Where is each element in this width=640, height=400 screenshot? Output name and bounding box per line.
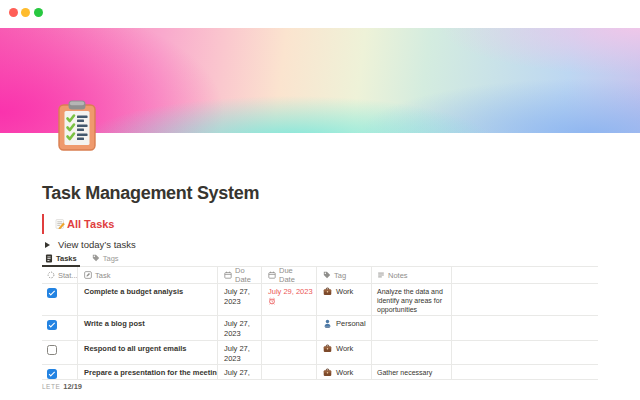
- cell-due-date[interactable]: July 29, 2023: [262, 284, 317, 315]
- do-date-value: July 27, 2023: [224, 287, 250, 306]
- cell-task[interactable]: Prepare a presentation for the meeting: [78, 365, 218, 379]
- task-title: Prepare a presentation for the meeting: [84, 368, 218, 377]
- calendar-icon: [268, 271, 276, 279]
- tab-label: Tags: [103, 254, 119, 263]
- cell-trailing: [452, 341, 598, 364]
- memo-icon: [55, 219, 65, 229]
- cell-trailing: [452, 284, 598, 315]
- cell-tag[interactable]: Work: [317, 365, 372, 379]
- cell-task[interactable]: Complete a budget analysis: [78, 284, 218, 315]
- checkbox-checked[interactable]: [47, 288, 57, 298]
- table-row[interactable]: Prepare a presentation for the meetingJu…: [42, 365, 598, 380]
- tag-label: Work: [336, 287, 353, 296]
- cell-status: [42, 365, 78, 379]
- tag-chip: Work: [323, 287, 365, 296]
- cell-do-date[interactable]: July 27, 2023: [218, 284, 262, 315]
- cell-task[interactable]: Respond to all urgent emails: [78, 341, 218, 364]
- table-body: Complete a budget analysisJuly 27, 2023J…: [42, 284, 598, 380]
- tab-tasks[interactable]: Tasks: [44, 250, 78, 266]
- column-label: Do Date: [235, 267, 255, 283]
- tag-label: Work: [336, 368, 353, 377]
- cell-do-date[interactable]: July 27, 2023: [218, 365, 262, 379]
- person-icon: [323, 319, 332, 328]
- cell-tag[interactable]: Work: [317, 341, 372, 364]
- checkbox-unchecked[interactable]: [47, 345, 57, 355]
- alarm-icon: [268, 297, 310, 305]
- briefcase-icon: [323, 344, 332, 353]
- column-label: Due Date: [279, 267, 310, 283]
- tag-chip: Work: [323, 344, 365, 353]
- column-header-tag[interactable]: Tag: [317, 267, 372, 283]
- tasks-table: Stat...TaskDo DateDue DateTagNotes Compl…: [42, 266, 598, 380]
- close-window-icon[interactable]: [9, 8, 18, 17]
- column-header-stat[interactable]: Stat...: [42, 267, 78, 283]
- column-header-dodate[interactable]: Do Date: [218, 267, 262, 283]
- toggle-label: View today’s tasks: [58, 239, 136, 250]
- toggle-triangle-icon[interactable]: [45, 242, 50, 248]
- checkbox-checked[interactable]: [47, 320, 57, 330]
- cell-status: [42, 284, 78, 315]
- document-icon: [45, 254, 53, 263]
- cell-notes[interactable]: Gather necessary: [372, 365, 452, 379]
- column-header-duedate[interactable]: Due Date: [262, 267, 317, 283]
- tag-label: Work: [336, 344, 353, 353]
- column-header-task[interactable]: Task: [78, 267, 218, 283]
- notes-value: Gather necessary: [377, 368, 446, 377]
- briefcase-icon: [323, 287, 332, 296]
- column-header-empty: [452, 267, 598, 283]
- tab-tags[interactable]: Tags: [91, 250, 120, 266]
- column-label: Stat...: [58, 271, 78, 280]
- tag-icon: [323, 271, 331, 279]
- tag-icon: [92, 254, 100, 262]
- cell-notes[interactable]: [372, 316, 452, 340]
- tag-label: Personal: [336, 319, 366, 328]
- reminder-indicator: [268, 297, 310, 305]
- task-title: Write a blog post: [84, 319, 145, 328]
- cell-do-date[interactable]: July 27, 2023: [218, 341, 262, 364]
- calc-label: LETE: [42, 383, 60, 390]
- due-date-value: July 29, 2023: [268, 287, 310, 296]
- cell-due-date[interactable]: [262, 341, 317, 364]
- column-label: Tag: [334, 271, 346, 280]
- column-header-notes[interactable]: Notes: [372, 267, 452, 283]
- table-header: Stat...TaskDo DateDue DateTagNotes: [42, 267, 598, 284]
- cell-status: [42, 341, 78, 364]
- table-row[interactable]: Respond to all urgent emailsJuly 27, 202…: [42, 341, 598, 365]
- do-date-value: July 27, 2023: [224, 368, 250, 379]
- page-title[interactable]: Task Management System: [42, 183, 259, 204]
- calendar-icon: [224, 271, 232, 279]
- checkbox-checked[interactable]: [47, 369, 57, 379]
- cell-trailing: [452, 316, 598, 340]
- cell-notes[interactable]: [372, 341, 452, 364]
- cell-due-date[interactable]: [262, 316, 317, 340]
- column-label: Task: [95, 271, 110, 280]
- cell-tag[interactable]: Personal: [317, 316, 372, 340]
- notes-value: Analyze the data and identify any areas …: [377, 287, 446, 314]
- cell-notes[interactable]: Analyze the data and identify any areas …: [372, 284, 452, 315]
- table-row[interactable]: Write a blog postJuly 27, 2023Personal: [42, 316, 598, 341]
- edit-icon: [84, 271, 92, 279]
- column-label: Notes: [388, 271, 408, 280]
- window-titlebar: [0, 0, 640, 28]
- minimize-window-icon[interactable]: [21, 8, 30, 17]
- cell-do-date[interactable]: July 27, 2023: [218, 316, 262, 340]
- table-footer-calculation[interactable]: LETE 12/19: [42, 382, 82, 391]
- task-title: Respond to all urgent emails: [84, 344, 187, 353]
- cell-task[interactable]: Write a blog post: [78, 316, 218, 340]
- cell-trailing: [452, 365, 598, 379]
- view-todays-tasks-toggle[interactable]: View today’s tasks: [45, 239, 136, 250]
- database-view-tabs: Tasks Tags: [44, 250, 120, 266]
- cell-status: [42, 316, 78, 340]
- cell-due-date[interactable]: [262, 365, 317, 379]
- all-tasks-quote-block: All Tasks: [42, 214, 115, 234]
- table-row[interactable]: Complete a budget analysisJuly 27, 2023J…: [42, 284, 598, 316]
- tab-label: Tasks: [56, 254, 77, 263]
- maximize-window-icon[interactable]: [34, 8, 43, 17]
- clipboard-page-icon[interactable]: [56, 98, 98, 152]
- notion-window: Task Management System All Tasks View to…: [0, 0, 640, 400]
- all-tasks-label: All Tasks: [67, 218, 115, 230]
- tag-chip: Personal: [323, 319, 365, 328]
- cell-tag[interactable]: Work: [317, 284, 372, 315]
- task-title: Complete a budget analysis: [84, 287, 183, 296]
- briefcase-icon: [323, 368, 332, 377]
